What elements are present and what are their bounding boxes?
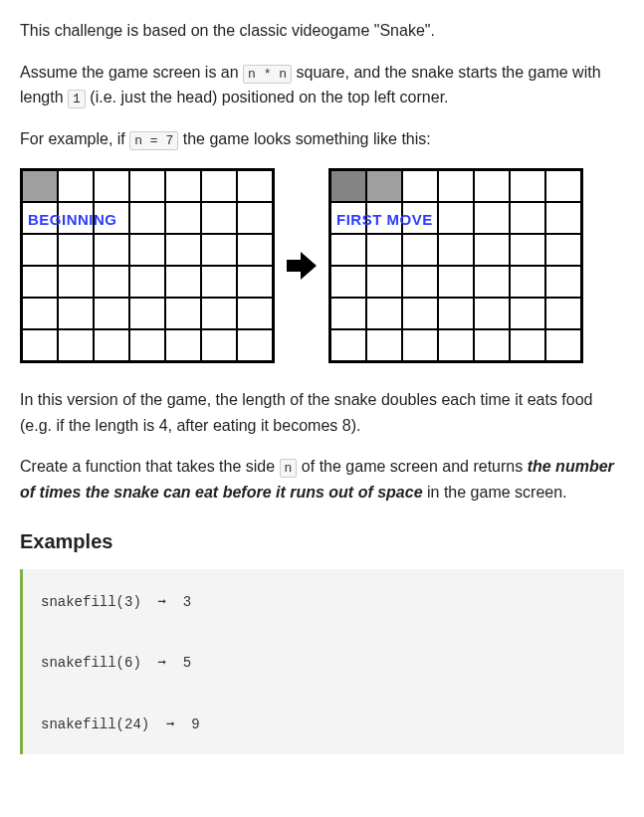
board-beginning: BEGINNING (20, 168, 275, 363)
grid-cell (237, 202, 273, 234)
grid-cell (22, 170, 58, 202)
code-one: 1 (68, 90, 86, 108)
text: of the game screen and returns (297, 458, 527, 475)
grid-cell (129, 202, 165, 234)
grid-cell (58, 234, 94, 266)
board-first-move: FIRST MOVE (328, 168, 583, 363)
grid-cell (438, 234, 474, 266)
grid-cell (165, 202, 201, 234)
grid-cell (330, 170, 366, 202)
grid-cell (402, 234, 438, 266)
grid-cell (402, 298, 438, 329)
grid-cell (366, 170, 402, 202)
grid-cell (201, 329, 237, 361)
grid-cell (94, 298, 129, 329)
grid-cell (58, 170, 94, 202)
grid-cell (237, 266, 273, 298)
grid-cell (510, 298, 545, 329)
grid-cell (237, 234, 273, 266)
grid-cell (438, 329, 474, 361)
grid-cell (201, 298, 237, 329)
grid-cell (201, 170, 237, 202)
grid-cell (94, 266, 129, 298)
grid-cell (58, 329, 94, 361)
text: the game looks something like this: (178, 130, 430, 147)
grid-cell (545, 234, 581, 266)
rules-paragraph-1: In this version of the game, the length … (20, 387, 624, 438)
grid-cell (366, 202, 402, 234)
grid-cell (510, 234, 545, 266)
grid-cell (474, 170, 510, 202)
intro-paragraph-2: Assume the game screen is an n * n squar… (20, 60, 624, 111)
grid-cell (129, 298, 165, 329)
grid-cell (94, 329, 129, 361)
grid-cell (402, 329, 438, 361)
grid-cell (474, 202, 510, 234)
examples-code-block: snakefill(3) ➞ 3 snakefill(6) ➞ 5 snakef… (20, 569, 624, 754)
grid-cell (129, 266, 165, 298)
grid-cell (510, 266, 545, 298)
text: Assume the game screen is an (20, 64, 243, 81)
grid-cell (165, 170, 201, 202)
grid-cell (58, 202, 94, 234)
grid-cell (438, 266, 474, 298)
intro-paragraph-3: For example, if n = 7 the game looks som… (20, 126, 624, 152)
examples-heading: Examples (20, 525, 624, 557)
grid-cell (237, 329, 273, 361)
grid-cell (165, 266, 201, 298)
grid-cell (129, 329, 165, 361)
grid-cell (438, 202, 474, 234)
text: (i.e. just the head) positioned on the t… (86, 89, 449, 105)
grid-cell (201, 202, 237, 234)
grid-cell (438, 170, 474, 202)
code-n: n (280, 459, 298, 478)
grid-cell (366, 266, 402, 298)
grid-cell (366, 234, 402, 266)
grid-cell (129, 234, 165, 266)
grid-cell (510, 202, 545, 234)
intro-paragraph-1: This challenge is based on the classic v… (20, 18, 624, 44)
grid-cell (22, 329, 58, 361)
grid-cell (201, 234, 237, 266)
svg-marker-0 (287, 252, 317, 280)
grid-cell (438, 298, 474, 329)
grid-cell (545, 329, 581, 361)
grid-cell (545, 170, 581, 202)
grid-cell (545, 298, 581, 329)
code-n-equals-7: n = 7 (129, 131, 178, 150)
grid-cell (545, 266, 581, 298)
grid-cell (545, 202, 581, 234)
grid-cell (94, 234, 129, 266)
snake-diagram: BEGINNING FIRST MOVE (20, 168, 624, 363)
grid-cell (22, 202, 58, 234)
code-n-times-n: n * n (243, 65, 292, 84)
grid-cell (58, 266, 94, 298)
grid-cell (165, 234, 201, 266)
text: For example, if (20, 130, 129, 147)
grid-cell (474, 266, 510, 298)
grid-cell (402, 170, 438, 202)
grid-cell (165, 329, 201, 361)
grid-cell (330, 329, 366, 361)
grid-cell (402, 202, 438, 234)
grid-cell (330, 202, 366, 234)
grid-cell (474, 329, 510, 361)
grid-cell (165, 298, 201, 329)
grid-cell (330, 298, 366, 329)
grid-cell (330, 266, 366, 298)
grid-cell (474, 234, 510, 266)
grid-cell (22, 298, 58, 329)
grid-cell (330, 234, 366, 266)
grid-cell (474, 298, 510, 329)
arrow-icon (287, 252, 317, 280)
grid-cell (366, 298, 402, 329)
grid-cell (201, 266, 237, 298)
grid-cell (22, 266, 58, 298)
grid-cell (402, 266, 438, 298)
text: in the game screen. (423, 484, 567, 501)
grid-cell (94, 170, 129, 202)
grid-cell (129, 170, 165, 202)
grid-cell (22, 234, 58, 266)
grid-cell (58, 298, 94, 329)
grid-cell (510, 329, 545, 361)
